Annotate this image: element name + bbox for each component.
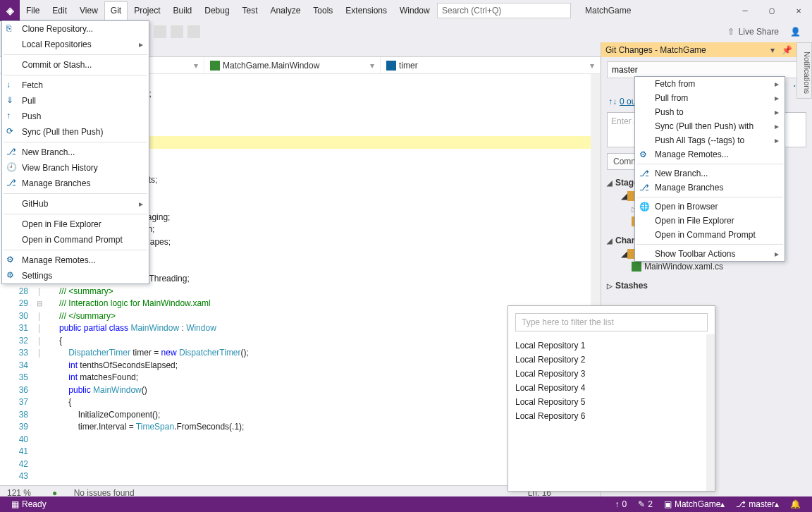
toolbar-button[interactable] bbox=[171, 25, 183, 38]
statusbar: ▦Ready ↑0 ✎2 ▣MatchGame ▴ ⎇master ▴ 🔔 bbox=[0, 496, 812, 512]
stashes-header[interactable]: ▷Stashes bbox=[607, 279, 806, 293]
menu-item-label: Pull from bbox=[655, 93, 688, 103]
maximize-button[interactable]: ▢ bbox=[758, 0, 785, 21]
branch-icon: ⎇ bbox=[639, 169, 649, 178]
sb-repo[interactable]: ▣MatchGame ▴ bbox=[658, 499, 730, 509]
clone-icon: ⎘ bbox=[6, 23, 18, 35]
tree-item[interactable]: MainWindow.xaml.cs bbox=[607, 260, 806, 273]
nav-class-dropdown[interactable]: MatchGame.MainWindow ▾ bbox=[204, 57, 381, 73]
git-menu-item[interactable]: ⇓Pull bbox=[2, 93, 149, 109]
menu-file[interactable]: File bbox=[20, 1, 46, 20]
git-menu-item[interactable]: ⚙Manage Remotes... bbox=[2, 252, 149, 268]
submenu-arrow-icon: ▸ bbox=[775, 121, 779, 131]
menu-view[interactable]: View bbox=[73, 1, 104, 20]
repos-list: Local Repository 1Local Repository 2Loca… bbox=[508, 339, 715, 423]
sb-changes-count[interactable]: ✎2 bbox=[632, 499, 658, 509]
git-menu-item[interactable]: ⎇Manage Branches bbox=[2, 176, 149, 191]
gear-icon: ⚙ bbox=[639, 150, 649, 159]
git-menu-item[interactable]: ⎘Clone Repository... bbox=[2, 21, 149, 37]
git-menu-item[interactable]: Commit or Stash... bbox=[2, 57, 149, 73]
menu-edit[interactable]: Edit bbox=[46, 1, 73, 20]
repo-item[interactable]: Local Repository 5 bbox=[515, 395, 708, 409]
menu-item-label: New Branch... bbox=[22, 147, 75, 157]
git-menu-item[interactable]: 🕘View Branch History bbox=[2, 160, 149, 176]
menu-tools[interactable]: Tools bbox=[307, 1, 339, 20]
close-button[interactable]: ✕ bbox=[785, 0, 812, 21]
menu-item-label: Manage Branches bbox=[655, 183, 723, 193]
git-menu-item[interactable]: ↓Fetch bbox=[2, 78, 149, 93]
git-menu-item[interactable]: Open in File Explorer bbox=[2, 217, 149, 232]
panel-title-label: Git Changes - MatchGame bbox=[605, 45, 706, 55]
actions-menu-item[interactable]: ⎇Manage Branches bbox=[635, 181, 785, 195]
git-menu-item[interactable]: ↑Push bbox=[2, 109, 149, 124]
git-menu-dropdown: ⎘Clone Repository...Local Repositories▸C… bbox=[1, 20, 149, 284]
git-menu-item[interactable]: ⚙Settings bbox=[2, 268, 149, 284]
titlebar: ◈ FileEditViewGitProjectBuildDebugTestAn… bbox=[0, 0, 812, 21]
actions-menu-item[interactable]: ⎇New Branch... bbox=[635, 166, 785, 181]
pin-icon[interactable]: ▾ bbox=[768, 45, 777, 55]
repo-item[interactable]: Local Repository 3 bbox=[515, 367, 708, 381]
menu-extensions[interactable]: Extensions bbox=[339, 1, 393, 20]
liveshare-button[interactable]: ⇧ Live Share 👤 bbox=[727, 27, 805, 37]
menu-item-label: Manage Remotes... bbox=[22, 255, 96, 265]
repo-item[interactable]: Local Repository 4 bbox=[515, 381, 708, 395]
menu-item-label: Clone Repository... bbox=[22, 24, 93, 34]
submenu-arrow-icon: ▸ bbox=[775, 79, 779, 89]
history-icon: 🕘 bbox=[6, 162, 18, 173]
menu-analyze[interactable]: Analyze bbox=[264, 1, 307, 20]
branch-icon: ⎇ bbox=[6, 147, 18, 158]
menu-project[interactable]: Project bbox=[128, 1, 166, 20]
actions-menu-item[interactable]: 🌐Open in Browser bbox=[635, 200, 785, 214]
menu-git[interactable]: Git bbox=[104, 1, 128, 20]
menu-item-label: Commit or Stash... bbox=[22, 60, 92, 70]
menu-item-label: Open in Command Prompt bbox=[655, 230, 756, 240]
repos-filter-input[interactable]: Type here to filter the list bbox=[515, 313, 708, 331]
actions-menu-item[interactable]: Sync (Pull then Push) with▸ bbox=[635, 119, 785, 133]
sb-push-count[interactable]: ↑0 bbox=[610, 499, 633, 509]
submenu-arrow-icon: ▸ bbox=[775, 249, 779, 259]
menu-build[interactable]: Build bbox=[167, 1, 199, 20]
toolbar-button[interactable] bbox=[154, 25, 166, 38]
menubar: FileEditViewGitProjectBuildDebugTestAnal… bbox=[20, 0, 466, 21]
scrollbar-vertical[interactable] bbox=[706, 334, 715, 491]
branch-input[interactable] bbox=[612, 65, 797, 75]
toolbar-button[interactable] bbox=[187, 25, 200, 38]
actions-menu-item[interactable]: Open in Command Prompt bbox=[635, 228, 785, 242]
git-menu-item[interactable]: Local Repositories▸ bbox=[2, 37, 149, 52]
repo-item[interactable]: Local Repository 2 bbox=[515, 353, 708, 367]
git-menu-item[interactable]: Open in Command Prompt bbox=[2, 232, 149, 248]
actions-menu-item[interactable]: Push to▸ bbox=[635, 105, 785, 119]
minimize-button[interactable]: — bbox=[732, 0, 758, 21]
menu-item-label: Open in File Explorer bbox=[655, 216, 734, 226]
notifications-tab[interactable]: Notifications bbox=[796, 42, 812, 99]
sb-branch[interactable]: ⎇master ▴ bbox=[730, 499, 785, 509]
class-icon bbox=[210, 61, 220, 71]
vs-logo-icon: ◈ bbox=[0, 0, 20, 21]
branches-icon: ⎇ bbox=[6, 178, 18, 189]
submenu-arrow-icon: ▸ bbox=[775, 93, 779, 103]
sb-notifications-icon[interactable]: 🔔 bbox=[785, 499, 806, 509]
actions-menu-item[interactable]: Open in File Explorer bbox=[635, 214, 785, 228]
settings-icon: ⚙ bbox=[6, 270, 18, 281]
actions-menu-item[interactable]: Fetch from▸ bbox=[635, 77, 785, 91]
repo-item[interactable]: Local Repository 6 bbox=[515, 409, 708, 423]
menu-test[interactable]: Test bbox=[236, 1, 264, 20]
actions-menu-item[interactable]: Show Toolbar Actions▸ bbox=[635, 247, 785, 261]
git-menu-item[interactable]: ⟳Sync (Pull then Push) bbox=[2, 124, 149, 140]
submenu-arrow-icon: ▸ bbox=[139, 39, 143, 49]
actions-menu-item[interactable]: Pull from▸ bbox=[635, 91, 785, 105]
menu-window[interactable]: Window bbox=[393, 1, 436, 20]
autohide-icon[interactable]: 📌 bbox=[780, 45, 794, 55]
nav-member-dropdown[interactable]: timer ▾ bbox=[381, 57, 601, 73]
actions-menu-item[interactable]: Push All Tags (--tags) to▸ bbox=[635, 133, 785, 147]
repo-item[interactable]: Local Repository 1 bbox=[515, 339, 708, 353]
menu-debug[interactable]: Debug bbox=[198, 1, 235, 20]
menu-item-label: View Branch History bbox=[22, 163, 98, 173]
git-menu-item[interactable]: ⎇New Branch... bbox=[2, 145, 149, 160]
user-icon[interactable]: 👤 bbox=[790, 27, 801, 37]
actions-menu-item[interactable]: ⚙Manage Remotes... bbox=[635, 147, 785, 161]
git-menu-item[interactable]: GitHub▸ bbox=[2, 196, 149, 212]
search-input[interactable]: Search (Ctrl+Q) bbox=[437, 3, 571, 18]
menu-item-label: Open in Command Prompt bbox=[22, 235, 123, 245]
branches-icon: ⎇ bbox=[639, 183, 649, 193]
